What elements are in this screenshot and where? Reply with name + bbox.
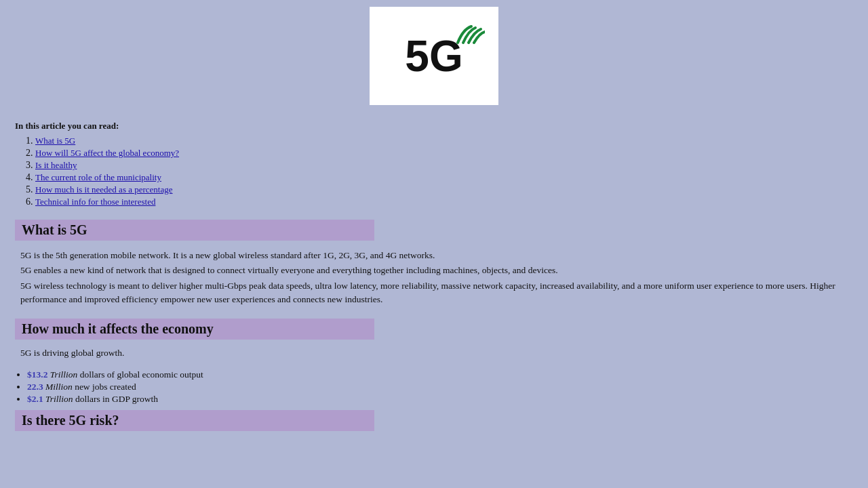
stat-desc-1: dollars of global economic output [80, 369, 203, 380]
logo-container: 5G [7, 7, 861, 105]
what-is-5g-content: 5G is the 5th generation mobile network.… [7, 243, 861, 313]
economy-stats-list: $13.2 Trillion dollars of global economi… [7, 369, 861, 405]
stat-value-1: $13.2 [27, 369, 47, 380]
stat-desc-3: dollars in GDP growth [75, 394, 158, 404]
stat-unit-3: Trillion [45, 394, 73, 404]
stat-value-3: $2.1 [27, 394, 43, 404]
list-item: How much is it needed as a percentage [35, 184, 853, 195]
health-risk-section: Is there 5G risk? [7, 410, 861, 431]
list-item: How will 5G affect the global economy? [35, 148, 853, 159]
economy-heading: How much it affects the economy [15, 319, 374, 340]
logo-box: 5G [370, 7, 498, 105]
list-item: Technical info for those interested [35, 197, 853, 207]
stat-item-1: $13.2 Trillion dollars of global economi… [27, 369, 861, 380]
list-item: The current role of the municipality [35, 172, 853, 183]
toc-list: What is 5G How will 5G affect the global… [15, 136, 853, 207]
para-3: 5G wireless technology is meant to deliv… [20, 279, 848, 307]
signal-icon [452, 22, 485, 47]
stat-value-2: 22.3 [27, 382, 43, 392]
toc-link-4[interactable]: The current role of the municipality [35, 172, 161, 182]
toc-link-2[interactable]: How will 5G affect the global economy? [35, 148, 179, 158]
economy-intro: 5G is driving global growth. [7, 342, 861, 364]
list-item: What is 5G [35, 136, 853, 146]
toc-link-3[interactable]: Is it healthy [35, 160, 77, 170]
toc-title: In this article you can read: [15, 121, 853, 131]
health-risk-heading: Is there 5G risk? [15, 410, 374, 431]
toc-link-1[interactable]: What is 5G [35, 136, 75, 146]
stat-item-2: 22.3 Million new jobs created [27, 382, 861, 392]
para-2: 5G enables a new kind of network that is… [20, 264, 848, 277]
stat-unit-2: Million [45, 382, 73, 392]
what-is-5g-section: What is 5G 5G is the 5th generation mobi… [7, 220, 861, 313]
toc-link-5[interactable]: How much is it needed as a percentage [35, 184, 173, 195]
list-item: Is it healthy [35, 160, 853, 171]
toc-section: In this article you can read: What is 5G… [7, 115, 861, 214]
toc-link-6[interactable]: Technical info for those interested [35, 197, 155, 207]
para-1: 5G is the 5th generation mobile network.… [20, 249, 848, 262]
stat-item-3: $2.1 Trillion dollars in GDP growth [27, 394, 861, 405]
what-is-5g-heading: What is 5G [15, 220, 374, 241]
stat-unit-1: Trillion [50, 369, 78, 380]
economy-section: How much it affects the economy 5G is dr… [7, 319, 861, 405]
stat-desc-2: new jobs created [75, 382, 136, 392]
